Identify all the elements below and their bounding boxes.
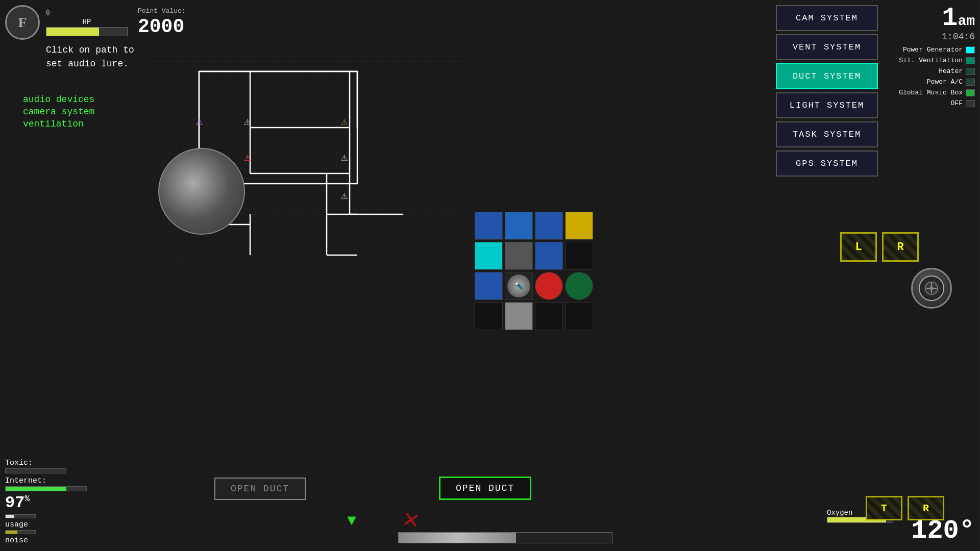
- sil-ventilation-item[interactable]: Sil. Ventilation: [883, 57, 975, 64]
- color-cell-9[interactable]: 🔦: [505, 272, 533, 300]
- gps-system-button[interactable]: GPS SYSTEM: [776, 151, 878, 177]
- toxic-bar: [5, 468, 66, 473]
- usage-section: usage noise: [5, 514, 87, 545]
- usage-bar: [5, 514, 36, 518]
- point-value-label: 0: [46, 9, 128, 17]
- vent-system-button[interactable]: VENT SYSTEM: [776, 34, 878, 60]
- clock-display: 1am: [942, 5, 975, 32]
- off-indicator: [966, 100, 975, 107]
- color-cell-14[interactable]: [535, 302, 563, 330]
- color-cell-green[interactable]: [565, 272, 593, 300]
- usage-label: usage: [5, 520, 87, 529]
- color-grid: 🔦: [475, 212, 593, 330]
- color-cell-8[interactable]: [475, 272, 503, 300]
- noise-bar: [5, 530, 36, 534]
- sil-ventilation-label: Sil. Ventilation: [899, 57, 963, 64]
- device-ventilation: ventilation: [23, 119, 94, 129]
- hp-bar-fill: [46, 28, 99, 36]
- warning-purple: ⚠: [196, 115, 203, 129]
- music-box-item[interactable]: Global Music Box: [883, 89, 975, 96]
- map-canvas[interactable]: ⚠ ⚠ ⚠ ⚠ ⚠ ⚠: [148, 41, 464, 337]
- duct-system-button[interactable]: DUCT SYSTEM: [776, 63, 878, 89]
- compass-button[interactable]: [911, 268, 952, 309]
- clock-seconds: 1:04:6: [942, 32, 975, 42]
- r-button[interactable]: R: [882, 232, 919, 262]
- svg-point-22: [930, 287, 933, 290]
- power-generator-item[interactable]: Power Generator: [883, 46, 975, 54]
- internet-percent: 97%: [5, 493, 87, 512]
- l-button[interactable]: L: [840, 232, 877, 262]
- open-duct-left-button[interactable]: OPEN DUCT: [214, 478, 306, 500]
- color-cell-2[interactable]: [535, 212, 563, 240]
- noise-label: noise: [5, 536, 87, 545]
- light-system-button[interactable]: LIGHT SYSTEM: [776, 92, 878, 118]
- off-label: OFF: [951, 99, 963, 107]
- heater-label: Heater: [939, 67, 963, 75]
- instruction-text: Click on path to set audio lure.: [46, 43, 134, 71]
- cam-system-button[interactable]: CAM SYSTEM: [776, 5, 878, 31]
- green-arrow-icon: ▼: [347, 512, 356, 530]
- hp-number: 2000: [138, 16, 186, 38]
- system-panel: CAM SYSTEM VENT SYSTEM DUCT SYSTEM LIGHT…: [776, 5, 878, 177]
- color-cell-0[interactable]: [475, 212, 503, 240]
- device-audio: audio devices: [23, 94, 94, 105]
- player-stats: 0 HP: [46, 9, 128, 36]
- color-cell-5[interactable]: [505, 242, 533, 270]
- power-generator-label: Power Generator: [903, 46, 963, 54]
- color-cell-12[interactable]: [475, 302, 503, 330]
- task-system-button[interactable]: TASK SYSTEM: [776, 121, 878, 147]
- r2-button[interactable]: R: [908, 496, 944, 520]
- music-box-label: Global Music Box: [899, 89, 963, 96]
- progress-bar: [398, 532, 612, 543]
- device-camera: camera system: [23, 107, 94, 117]
- warning-gray1: ⚠: [244, 115, 251, 129]
- hp-bar: [46, 27, 128, 36]
- point-label: Point Value:: [138, 7, 186, 15]
- warning-brown: ⚠: [341, 115, 348, 129]
- color-cell-13[interactable]: [505, 302, 533, 330]
- heater-indicator: [966, 68, 975, 75]
- power-ac-item[interactable]: Power A/C: [883, 78, 975, 86]
- noise-bar-fill: [6, 531, 17, 534]
- tr-button-group: T R: [866, 496, 944, 520]
- off-item[interactable]: OFF: [883, 99, 975, 107]
- color-cell-4[interactable]: [475, 242, 503, 270]
- warning-red: ⚠: [244, 151, 251, 164]
- lr-button-group: L R: [840, 232, 919, 262]
- color-cell-red[interactable]: [535, 272, 563, 300]
- internet-label: Internet:: [5, 477, 87, 485]
- music-box-indicator: [966, 89, 975, 96]
- progress-fill: [399, 533, 516, 543]
- compass-icon: [919, 276, 944, 301]
- color-cell-1[interactable]: [505, 212, 533, 240]
- warning-gray2: ⚠: [341, 151, 348, 164]
- bottom-stats: Toxic: Internet: 97% usage noise: [5, 459, 87, 546]
- color-cell-15[interactable]: [565, 302, 593, 330]
- clock-area: 1am 1:04:6: [942, 5, 975, 42]
- warning-gray3: ⚠: [341, 189, 348, 203]
- power-ac-label: Power A/C: [927, 78, 963, 86]
- heater-item[interactable]: Heater: [883, 67, 975, 75]
- hp-section: HP: [46, 18, 128, 36]
- player-info: F 0 HP Point Value: 2000: [5, 5, 186, 40]
- bottom-progress-area: [398, 532, 612, 543]
- faction-badge: F: [5, 5, 40, 40]
- power-generator-indicator: [966, 46, 975, 54]
- internet-bar-fill: [6, 487, 66, 491]
- usage-bar-fill: [6, 515, 14, 518]
- entity-circle: [158, 148, 245, 235]
- color-cell-7[interactable]: [565, 242, 593, 270]
- t-button[interactable]: T: [866, 496, 902, 520]
- internet-section: Internet: 97%: [5, 477, 87, 512]
- power-ac-indicator: [966, 79, 975, 86]
- device-list: audio devices camera system ventilation: [23, 94, 94, 129]
- color-cell-6[interactable]: [535, 242, 563, 270]
- internet-bar: [5, 486, 87, 491]
- hp-label: HP: [46, 18, 128, 26]
- sil-ventilation-indicator: [966, 57, 975, 64]
- toxic-label: Toxic:: [5, 459, 87, 467]
- power-panel: Power Generator Sil. Ventilation Heater …: [883, 46, 975, 107]
- color-cell-3[interactable]: [565, 212, 593, 240]
- open-duct-right-button[interactable]: OPEN DUCT: [439, 477, 531, 500]
